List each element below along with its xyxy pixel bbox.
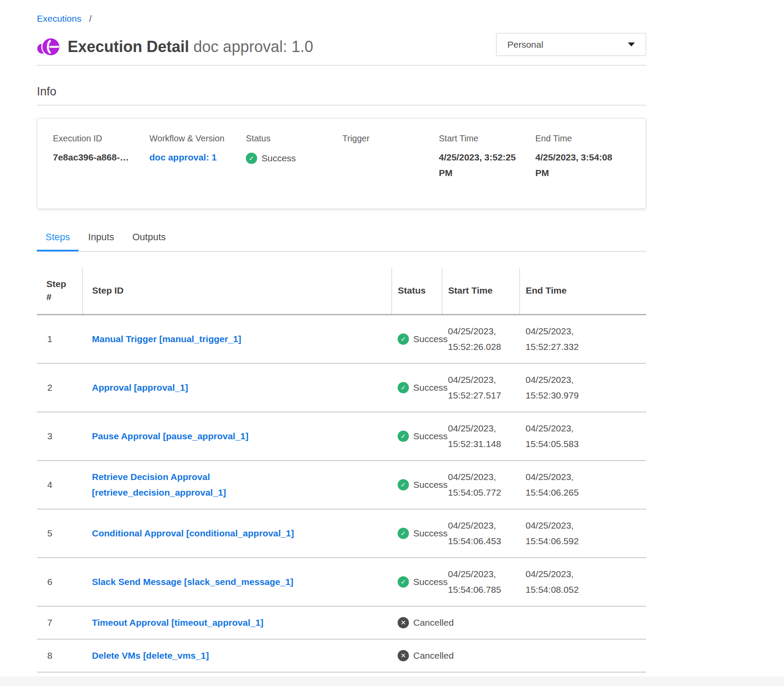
table-row: 1 Manual Trigger [manual_trigger_1] ✓ Su…	[37, 314, 646, 363]
info-field-end-time: End Time 4/25/2023, 3:54:08 PM	[536, 133, 630, 181]
step-link[interactable]: Conditional Approval [conditional_approv…	[92, 526, 294, 541]
info-field-workflow-version: Workflow & Version doc approval: 1	[150, 133, 245, 181]
status-label: Status	[246, 133, 341, 144]
status-text: Success	[413, 480, 448, 490]
success-check-icon: ✓	[398, 431, 409, 442]
step-end-time-cell: 04/25/2023,15:52:30.979	[519, 363, 646, 412]
step-end-time-cell	[519, 606, 646, 639]
divider	[37, 65, 646, 65]
column-header-step-num: Step #	[37, 268, 82, 314]
step-link[interactable]: Timeout Approval [timeout_approval_1]	[92, 615, 264, 630]
column-header-status: Status	[392, 268, 442, 314]
status-text: Cancelled	[413, 650, 454, 661]
step-status-cell: ✓ Success	[392, 363, 442, 412]
status-badge: ✕ Cancelled	[398, 650, 454, 661]
breadcrumb: Executions /	[37, 0, 646, 24]
step-number-cell: 7	[37, 606, 82, 639]
step-number-cell: 3	[37, 412, 82, 461]
step-id-cell: Retrieve Decision Approval [retrieve_dec…	[82, 461, 392, 509]
status-badge: ✓ Success	[398, 479, 448, 490]
step-link[interactable]: Pause Approval [pause_approval_1]	[92, 428, 248, 444]
step-start-time-cell: 04/25/2023,15:52:26.028	[442, 314, 519, 363]
step-end-time-cell: 04/25/2023,15:54:06.265	[519, 461, 646, 509]
step-start-time-cell: 04/25/2023,15:54:06.453	[442, 509, 519, 558]
success-check-icon: ✓	[398, 333, 409, 345]
step-start-time-cell: 04/25/2023,15:54:06.785	[442, 558, 519, 606]
step-number-cell: 5	[37, 509, 82, 558]
step-status-cell: ✓ Success	[392, 509, 442, 558]
divider	[37, 105, 646, 105]
column-header-end-time: End Time	[519, 268, 646, 314]
workspace-select-value: Personal	[507, 39, 628, 50]
step-start-time-cell: 04/25/2023,15:54:05.772	[442, 461, 519, 509]
step-link[interactable]: Delete VMs [delete_vms_1]	[92, 648, 209, 663]
tab-inputs[interactable]: Inputs	[79, 232, 123, 252]
column-header-step-id: Step ID	[82, 268, 392, 314]
step-link[interactable]: Retrieve Decision Approval [retrieve_dec…	[92, 469, 335, 500]
step-link[interactable]: Slack Send Message [slack_send_message_1…	[92, 574, 294, 590]
info-field-status: Status ✓ Success	[246, 133, 341, 181]
step-id-cell: Timeout Approval [timeout_approval_1]	[82, 606, 392, 639]
breadcrumb-executions-link[interactable]: Executions	[37, 13, 82, 23]
cancelled-x-icon: ✕	[398, 617, 409, 628]
status-text: Success	[413, 431, 448, 441]
status-text: Success	[413, 528, 448, 539]
tab-steps[interactable]: Steps	[37, 232, 78, 252]
trigger-label: Trigger	[343, 133, 438, 144]
start-time-value: 4/25/2023, 3:52:25 PM	[439, 150, 528, 181]
success-check-icon: ✓	[398, 382, 409, 393]
info-field-trigger: Trigger	[343, 133, 438, 181]
step-number-cell: 6	[37, 558, 82, 606]
status-text: Success	[413, 577, 448, 587]
step-status-cell: ✓ Success	[392, 461, 442, 509]
step-id-cell: Conditional Approval [conditional_approv…	[82, 509, 392, 558]
step-end-time-cell: 04/25/2023,15:54:06.592	[519, 509, 646, 558]
status-value: Success	[261, 150, 296, 166]
status-badge: ✓ Success	[246, 150, 296, 166]
steps-table: Step # Step ID Status Start Time End Tim…	[37, 268, 646, 673]
table-row: 7 Timeout Approval [timeout_approval_1] …	[37, 606, 646, 639]
column-header-start-time: Start Time	[442, 268, 519, 314]
step-status-cell: ✓ Success	[392, 558, 442, 606]
step-id-cell: Manual Trigger [manual_trigger_1]	[82, 314, 392, 363]
status-text: Cancelled	[413, 617, 454, 628]
step-number-cell: 2	[37, 363, 82, 412]
status-badge: ✓ Success	[398, 528, 448, 539]
status-badge: ✕ Cancelled	[398, 617, 454, 628]
info-card: Execution ID 7e8ac396-a868-… Workflow & …	[37, 118, 646, 209]
workspace-select[interactable]: Personal	[496, 33, 646, 56]
step-status-cell: ✕ Cancelled	[392, 639, 442, 672]
status-badge: ✓ Success	[398, 576, 448, 588]
table-row: 2 Approval [approval_1] ✓ Success 04/25/…	[37, 363, 646, 412]
step-link[interactable]: Manual Trigger [manual_trigger_1]	[92, 331, 241, 347]
page-subtitle: doc approval: 1.0	[193, 38, 313, 56]
step-end-time-cell: 04/25/2023,15:52:27.332	[519, 314, 646, 363]
success-check-icon: ✓	[398, 576, 409, 588]
info-field-execution-id: Execution ID 7e8ac396-a868-…	[53, 133, 148, 181]
tab-outputs[interactable]: Outputs	[124, 232, 174, 252]
status-text: Success	[413, 382, 448, 393]
info-section-title: Info	[37, 85, 646, 98]
chevron-down-icon	[628, 42, 635, 46]
table-row: 5 Conditional Approval [conditional_appr…	[37, 509, 646, 558]
success-check-icon: ✓	[398, 528, 409, 539]
step-number-cell: 1	[37, 314, 82, 363]
step-status-cell: ✓ Success	[392, 314, 442, 363]
step-id-cell: Approval [approval_1]	[82, 363, 392, 412]
workflow-version-link[interactable]: doc approval: 1	[150, 152, 217, 162]
step-id-cell: Delete VMs [delete_vms_1]	[82, 639, 392, 672]
table-row: 8 Delete VMs [delete_vms_1] ✕ Cancelled	[37, 639, 646, 672]
step-end-time-cell	[519, 639, 646, 672]
step-link[interactable]: Approval [approval_1]	[92, 380, 188, 395]
status-badge: ✓ Success	[398, 382, 448, 393]
step-id-cell: Pause Approval [pause_approval_1]	[82, 412, 392, 461]
page-background-strip	[0, 676, 784, 686]
status-text: Success	[413, 334, 448, 344]
step-status-cell: ✓ Success	[392, 412, 442, 461]
status-badge: ✓ Success	[398, 431, 448, 442]
workflow-version-label: Workflow & Version	[150, 133, 245, 144]
status-badge: ✓ Success	[398, 333, 448, 345]
step-end-time-cell: 04/25/2023,15:54:08.052	[519, 558, 646, 606]
detail-tabs: Steps Inputs Outputs	[37, 232, 646, 252]
step-status-cell: ✕ Cancelled	[392, 606, 442, 639]
